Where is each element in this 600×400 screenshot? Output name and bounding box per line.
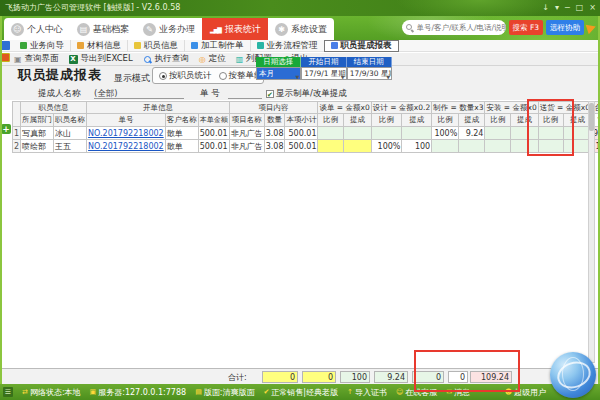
table-cell[interactable] [402, 127, 432, 140]
date-select-header: 日期选择 [256, 57, 301, 67]
subtab-1[interactable]: 业务向导 [14, 40, 70, 52]
add-row-icon[interactable]: + [1, 124, 11, 134]
skin-menu-icon[interactable]: ▾ [555, 0, 559, 16]
summary-cell: 9.24 [374, 371, 408, 383]
table-cell[interactable] [485, 140, 511, 153]
show-commission-checkbox[interactable]: ✔ 显示制单/改单提成 [266, 88, 347, 100]
table-cell[interactable] [344, 140, 372, 153]
search-button[interactable]: 搜索 F3 [509, 20, 543, 35]
status-service[interactable]: ☺在线客服 [396, 387, 437, 398]
table-cell[interactable]: 散单 [165, 140, 198, 153]
vertical-scrollbar[interactable] [588, 101, 595, 363]
module-icon [134, 42, 141, 49]
side-tool-blue-icon[interactable] [1, 41, 10, 50]
minimize-icon[interactable]: ─ [565, 0, 570, 16]
column-group-header: 职员信息 [21, 102, 87, 114]
table-cell[interactable]: 100 [402, 140, 432, 153]
app-window: { "window": { "title": "飞扬动力广告公司管理软件 [触摸… [0, 0, 600, 400]
table-cell[interactable] [459, 140, 485, 153]
user-icon: ☺ [11, 23, 24, 36]
table-cell[interactable]: 500.01 [285, 127, 318, 140]
table-cell[interactable]: 1 [13, 127, 21, 140]
commission-name-input[interactable]: (全部) [94, 88, 184, 99]
subtab-2[interactable]: 材料信息 [70, 40, 127, 52]
table-cell[interactable]: 500.01 [198, 127, 229, 140]
table-cell[interactable] [485, 127, 511, 140]
nav-tab-chart[interactable]: ▂▅▇报表统计 [202, 18, 268, 40]
toolbar-form-button[interactable]: ▣查询界面 [14, 53, 59, 65]
nav-tab-user[interactable]: ☺个人中心 [4, 18, 70, 40]
column-header: 提成 [459, 114, 485, 127]
close-icon[interactable]: × [589, 0, 596, 16]
date-panel-values: 本月▼ 17/9/1 星期五▼ 17/9/30 星期六▼ [256, 67, 392, 80]
table-cell[interactable]: 100% [371, 140, 402, 153]
nav-tab-gear[interactable]: ✱系统设置 [268, 18, 334, 40]
mode-radio-1[interactable]: 按职员统计 [159, 70, 212, 82]
columns-icon: ▥ [236, 55, 244, 64]
scrollbar-thumb[interactable] [589, 103, 594, 131]
table-cell[interactable]: NO.201792218002 [87, 140, 166, 153]
table-cell[interactable]: 非凡广告 [229, 140, 264, 153]
megaphone-icon [586, 21, 598, 33]
table-cell[interactable]: 冰山 [54, 127, 87, 140]
date-preset-select[interactable]: 本月▼ [256, 67, 301, 80]
column-group-header: 制作 = 数量x3 [432, 102, 485, 114]
status-message[interactable]: ✉消息 [446, 387, 470, 398]
table-cell[interactable]: 非凡广告 [229, 127, 264, 140]
table-cell[interactable]: 喷绘部 [21, 140, 54, 153]
toolbar-label: 查询界面 [25, 53, 59, 65]
remote-assist-button[interactable]: 远程协助 [546, 20, 584, 35]
table-cell[interactable]: 100% [432, 127, 459, 140]
table-cell[interactable] [511, 127, 538, 140]
table-cell[interactable]: 9.24 [459, 127, 485, 140]
toolbar-locate-button[interactable]: ◎定位 [199, 53, 226, 65]
toolbar-lens2-button[interactable]: 执行查询 [143, 53, 189, 65]
download-icon[interactable]: ↓ [542, 0, 549, 16]
toolbar-excel-button[interactable]: X导出到EXCEL [69, 53, 133, 65]
table-cell[interactable] [344, 127, 372, 140]
table-cell[interactable] [318, 140, 344, 153]
subtab-label: 业务向导 [30, 40, 64, 52]
radio-icon [159, 72, 167, 80]
table-cell[interactable] [538, 140, 563, 153]
side-tool-red-icon[interactable] [1, 53, 10, 62]
status-superuser[interactable]: ☻超级用户 [505, 387, 546, 398]
table-cell[interactable]: 3.08 [264, 140, 285, 153]
maximize-icon[interactable]: □ [576, 0, 584, 16]
table-cell[interactable]: 写真部 [21, 127, 54, 140]
status-label: 网络状态:本地 [30, 387, 81, 398]
toolbar-label: 导出到EXCEL [81, 53, 133, 65]
table-cell[interactable]: 2 [13, 140, 21, 153]
status-server: ▣服务器:127.0.0.1:7788 [90, 387, 187, 398]
table-cell[interactable]: NO.201792218002 [87, 127, 166, 140]
search-input[interactable] [402, 20, 506, 35]
report-content: 职员提成报表 显示模式 按职员统计按整单统计 提成人名称 (全部) 单 号 ✔ … [2, 66, 598, 368]
locate-icon: ◎ [199, 55, 206, 64]
table-row: 1写真部冰山NO.201792218002散单500.01非凡广告3.08500… [13, 127, 600, 140]
nav-tab-archive[interactable]: ▤基础档案 [70, 18, 136, 40]
nav-tab-biz[interactable]: ✎业务办理 [136, 18, 202, 40]
table-cell[interactable]: 散单 [165, 127, 198, 140]
subtab-5[interactable]: 业务流程管理 [250, 40, 324, 52]
column-group-header: 安装 = 金额x0 [485, 102, 538, 114]
table-cell[interactable]: 500.01 [285, 140, 318, 153]
start-date-select[interactable]: 17/9/1 星期五▼ [301, 67, 346, 80]
subtab-4[interactable]: 加工制作单 [184, 40, 250, 52]
table-cell[interactable] [318, 127, 344, 140]
superuser-icon: ☻ [505, 388, 512, 396]
table-cell[interactable] [511, 140, 538, 153]
status-import[interactable]: ↑导入证书 [347, 387, 387, 398]
subtab-6[interactable]: 职员提成报表 [324, 40, 399, 52]
subtab-3[interactable]: 职员信息 [127, 40, 184, 52]
table-cell[interactable]: 王五 [54, 140, 87, 153]
menu-burger-icon[interactable]: ☰ [3, 387, 13, 397]
start-date-header: 开始日期 [301, 57, 346, 67]
order-no-input[interactable] [228, 88, 262, 99]
table-cell[interactable] [538, 127, 563, 140]
end-date-select[interactable]: 17/9/30 星期六▼ [347, 67, 392, 80]
table-cell[interactable] [432, 140, 459, 153]
table-cell[interactable] [371, 127, 402, 140]
table-cell[interactable]: 3.08 [264, 127, 285, 140]
table-cell[interactable]: 500.01 [198, 140, 229, 153]
display-mode-label: 显示模式 [114, 72, 150, 85]
